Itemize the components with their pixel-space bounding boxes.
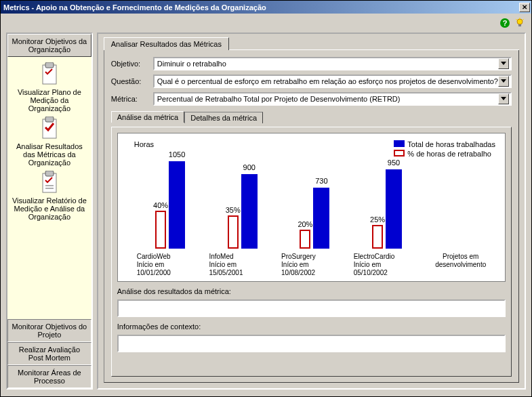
clipboard-check-icon: [39, 117, 60, 141]
analysis-textbox[interactable]: [117, 299, 506, 317]
objetivo-label: Objetivo:: [111, 60, 149, 68]
questao-label: Questão:: [111, 77, 149, 85]
bar-group: 25%950: [351, 154, 424, 249]
bar-value: 35%: [226, 206, 241, 214]
x-category-label: CardioWebInício em10/01/2000: [134, 253, 207, 277]
svg-rect-3: [518, 24, 521, 26]
chevron-down-icon[interactable]: [498, 76, 509, 87]
bar-horas: 950: [386, 169, 402, 249]
context-label: Informações de contexto:: [117, 322, 506, 331]
objetivo-combo[interactable]: Diminuir o retrabalho: [153, 57, 512, 70]
bar-group: 40%1050: [134, 154, 207, 249]
bar-retrabalho: 40%: [155, 211, 166, 249]
window-titlebar: Metrics - Apoio na Obtenção e Fornecimen…: [1, 1, 531, 14]
questao-value: Qual é o percentual de esforço em retrab…: [157, 77, 498, 85]
bar-value: 20%: [298, 220, 312, 228]
svg-rect-12: [45, 171, 54, 176]
legend-swatch-blue: [394, 140, 405, 147]
svg-rect-10: [45, 117, 54, 122]
bar-horas: 1050: [169, 161, 185, 249]
svg-rect-8: [45, 62, 54, 68]
subtab-analise[interactable]: Análise da métrica: [111, 111, 185, 123]
metrica-combo[interactable]: Percentual de Retrabalho Total por Proje…: [153, 92, 512, 106]
bar-value: 730: [315, 177, 327, 185]
bar-value: 900: [243, 163, 255, 171]
sidebar-item-analisar-resultados[interactable]: Analisar Resultados das Métricas da Orga…: [10, 115, 89, 168]
bar-value: 40%: [153, 201, 168, 209]
sidebar-item-label: Visualizar Plano de Medição da Organizaç…: [10, 88, 89, 112]
chevron-down-icon[interactable]: [498, 58, 509, 69]
x-category-label: InfoMedInício em15/05/2001: [206, 253, 279, 277]
bar-value: 1050: [169, 150, 185, 159]
sidebar-tab-monitorar-objetivos-projeto[interactable]: Monitorar Objetivos do Projeto: [7, 319, 91, 342]
subtab-detalhes[interactable]: Detalhes da métrica: [184, 112, 263, 123]
window-title: Metrics - Apoio na Obtenção e Fornecimen…: [3, 3, 519, 12]
legend-label: Total de horas trabalhadas: [407, 140, 495, 148]
metrica-label: Métrica:: [111, 95, 149, 103]
bar-group: 20%730: [279, 154, 351, 249]
chart-area: Horas Total de horas trabalhadas % de ho…: [117, 133, 506, 282]
svg-line-4: [516, 19, 517, 20]
sidebar-content: Visualizar Plano de Medição da Organizaç…: [7, 57, 91, 319]
close-button[interactable]: ✕: [519, 3, 530, 12]
sidebar-tab-avaliacao-post-mortem[interactable]: Realizar Avaliação Post Mortem: [7, 342, 91, 365]
tab-analisar-resultados[interactable]: Analisar Resultados das Métricas: [104, 37, 229, 50]
bar-horas: 900: [241, 174, 258, 249]
help-icon[interactable]: ?: [499, 17, 511, 29]
sidebar-item-visualizar-relatorio[interactable]: Visualizar Relatório de Medição e Anális…: [10, 169, 89, 222]
chevron-down-icon[interactable]: [498, 93, 509, 104]
sidebar-item-label: Analisar Resultados das Métricas da Orga…: [10, 142, 89, 167]
context-textbox[interactable]: [117, 335, 506, 352]
sidebar-item-label: Visualizar Relatório de Medição e Anális…: [10, 196, 89, 221]
bar-retrabalho: 20%: [300, 230, 310, 249]
lightbulb-icon[interactable]: [514, 17, 526, 29]
bar-value: 950: [388, 159, 400, 167]
x-category-label: ElectroCardioInício em05/10/2002: [351, 253, 424, 277]
bar-horas: 730: [313, 188, 329, 249]
questao-combo[interactable]: Qual é o percentual de esforço em retrab…: [153, 75, 512, 88]
svg-line-5: [523, 19, 524, 20]
sidebar-tab-monitorar-objetivos-org[interactable]: Monitorar Objetivos da Organização: [7, 34, 91, 57]
bar-value: 25%: [370, 215, 385, 224]
bar-retrabalho: 25%: [372, 225, 383, 249]
x-axis-label: Projetos em desenvolvimento: [423, 253, 495, 277]
metrica-value: Percentual de Retrabalho Total por Proje…: [157, 95, 498, 103]
sidebar: Monitorar Objetivos da Organização Visua…: [6, 33, 93, 390]
clipboard-icon: [39, 62, 60, 87]
objetivo-value: Diminuir o retrabalho: [157, 60, 498, 68]
analysis-label: Análise dos resultados da métrica:: [117, 287, 506, 295]
chart-ylabel: Horas: [134, 140, 154, 148]
toolbar: ?: [1, 14, 531, 33]
sidebar-item-visualizar-plano[interactable]: Visualizar Plano de Medição da Organizaç…: [10, 61, 89, 114]
content-panel: Analisar Resultados das Métricas Objetiv…: [97, 33, 526, 390]
bar-retrabalho: 35%: [228, 215, 239, 249]
x-category-label: ProSurgeryInício em10/08/2002: [279, 253, 351, 277]
clipboard-report-icon: [39, 171, 60, 195]
svg-point-2: [517, 19, 523, 24]
svg-text:?: ?: [503, 19, 508, 27]
sidebar-tab-monitorar-areas-processo[interactable]: Monitorar Áreas de Processo: [7, 365, 91, 388]
bar-group: 35%900: [206, 154, 279, 249]
